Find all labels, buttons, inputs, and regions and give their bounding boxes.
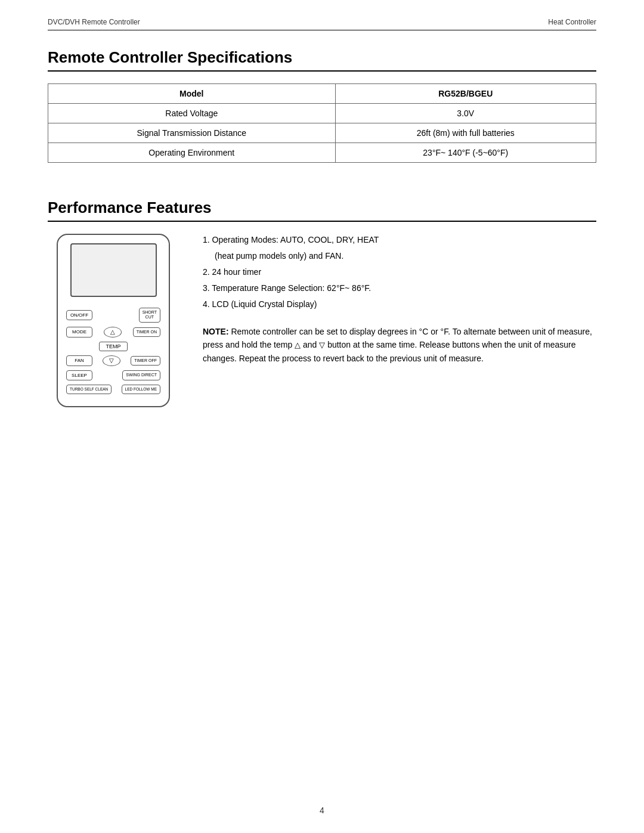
features-list: 1. Operating Modes: AUTO, COOL, DRY, HEA… (203, 234, 596, 311)
short-cut-button: SHORTCUT (139, 308, 160, 323)
temp-center: △ (104, 327, 122, 337)
page-header: DVC/DVH Remote Controller Heat Controlle… (48, 18, 596, 30)
col1-header: Model (48, 84, 336, 104)
remote-screen (70, 243, 157, 297)
temp-label: TEMP (99, 342, 127, 351)
remote-row-1: ON/OFF SHORTCUT (66, 308, 160, 323)
sleep-button: SLEEP (66, 370, 92, 381)
spec-section-divider (48, 70, 596, 72)
performance-content: ON/OFF SHORTCUT MODE △ TIMER ON (48, 234, 596, 407)
arrow-down-symbol: ▽ (319, 339, 325, 352)
feature-3: 3. Temperature Range Selection: 62°F~ 86… (203, 282, 596, 295)
feature-1-sub: (heat pump models only) and FAN. (203, 250, 596, 262)
page-number: 4 (320, 806, 324, 815)
remote-buttons: ON/OFF SHORTCUT MODE △ TIMER ON (66, 308, 160, 394)
temp-down-center: ▽ (103, 355, 120, 366)
spec-value: 26ft (8m) with full batteries (335, 123, 596, 143)
header-right: Heat Controller (548, 18, 596, 26)
spec-value: 23°F~ 140°F (-5~60°F) (335, 143, 596, 163)
remote-row-2: MODE △ TIMER ON (66, 327, 160, 337)
swing-direct-button: SWING DIRECT (122, 370, 160, 380)
note-block: NOTE: Remote controller can be set to di… (203, 325, 596, 366)
feature-2: 2. 24 hour timer (203, 266, 596, 278)
page: DVC/DVH Remote Controller Heat Controlle… (0, 0, 644, 833)
spec-label: Signal Transmission Distance (48, 123, 336, 143)
performance-section: Performance Features ON/OFF SHORTCUT (48, 199, 596, 407)
timer-on-button: TIMER ON (133, 327, 160, 337)
turbo-self-clean-button: TURBO SELF CLEAN (66, 385, 112, 394)
remote-illustration: ON/OFF SHORTCUT MODE △ TIMER ON (57, 234, 170, 407)
temp-up-button: △ (104, 327, 122, 337)
performance-divider (48, 221, 596, 222)
remote-row-5: TURBO SELF CLEAN LED FOLLOW ME (66, 385, 160, 394)
spec-label: Rated Voltage (48, 104, 336, 123)
table-row: Rated Voltage3.0V (48, 104, 596, 123)
remote-row-temp: TEMP (66, 342, 160, 351)
remote-row-4: SLEEP SWING DIRECT (66, 370, 160, 381)
table-row: Operating Environment23°F~ 140°F (-5~60°… (48, 143, 596, 163)
col2-header: RG52B/BGEU (335, 84, 596, 104)
mode-button: MODE (66, 327, 92, 337)
temp-down-button: ▽ (103, 355, 120, 366)
features-text: 1. Operating Modes: AUTO, COOL, DRY, HEA… (203, 234, 596, 366)
performance-title: Performance Features (48, 199, 596, 217)
spec-label: Operating Environment (48, 143, 336, 163)
header-left: DVC/DVH Remote Controller (48, 18, 140, 26)
spec-section-title: Remote Controller Specifications (48, 48, 596, 67)
page-footer: 4 (0, 806, 644, 815)
feature-1: 1. Operating Modes: AUTO, COOL, DRY, HEA… (203, 234, 596, 246)
specs-table: Model RG52B/BGEU Rated Voltage3.0VSignal… (48, 83, 596, 163)
table-row: Signal Transmission Distance26ft (8m) wi… (48, 123, 596, 143)
note-text2: and (301, 340, 319, 349)
spec-value: 3.0V (335, 104, 596, 123)
fan-button: FAN (66, 355, 92, 366)
note-label: NOTE: (203, 327, 229, 336)
remote-container: ON/OFF SHORTCUT MODE △ TIMER ON (48, 234, 179, 407)
remote-row-3: FAN ▽ TIMER OFF (66, 355, 160, 366)
timer-off-button: TIMER OFF (131, 356, 160, 366)
led-follow-me-button: LED FOLLOW ME (122, 385, 160, 394)
spec-section: Remote Controller Specifications Model R… (48, 48, 596, 163)
on-off-button: ON/OFF (66, 310, 92, 321)
feature-4: 4. LCD (Liquid Crystal Display) (203, 298, 596, 311)
arrow-up-symbol: △ (295, 339, 301, 352)
